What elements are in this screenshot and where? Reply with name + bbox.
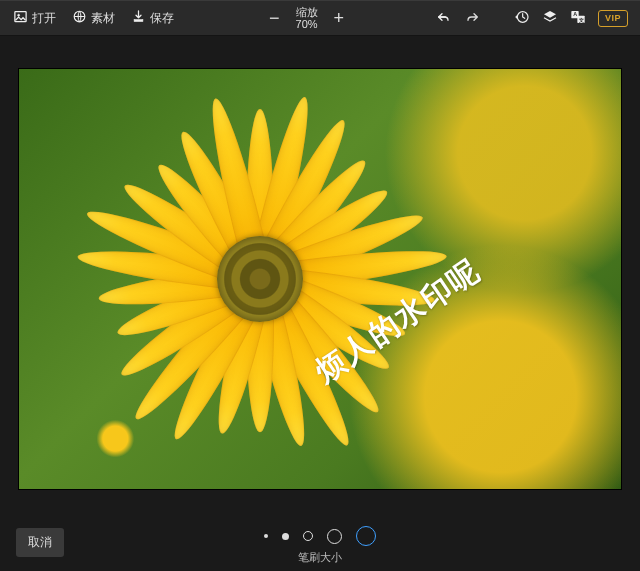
save-button[interactable]: 保存: [124, 5, 181, 31]
translate-button[interactable]: A文: [570, 9, 586, 28]
undo-button[interactable]: [436, 9, 452, 28]
assets-button[interactable]: 素材: [65, 5, 122, 31]
svg-text:文: 文: [578, 16, 584, 22]
zoom-out-button[interactable]: −: [263, 7, 286, 29]
globe-icon: [72, 9, 87, 27]
svg-text:A: A: [573, 11, 577, 17]
photo-canvas[interactable]: 烦人的水印呢: [19, 69, 621, 489]
svg-rect-3: [134, 20, 143, 22]
brush-size-2[interactable]: [282, 533, 289, 540]
zoom-readout: 缩放 70%: [296, 6, 318, 30]
redo-button[interactable]: [464, 9, 480, 28]
brush-size-1[interactable]: [264, 534, 268, 538]
flower-graphic: [60, 79, 460, 479]
brush-size-label: 笔刷大小: [298, 550, 342, 565]
bottom-bar: 取消 笔刷大小: [0, 522, 640, 571]
vip-badge[interactable]: VIP: [598, 10, 628, 27]
brush-size-5-selected[interactable]: [356, 526, 376, 546]
brush-size-4[interactable]: [327, 529, 342, 544]
image-icon: [13, 9, 28, 27]
layers-button[interactable]: [542, 9, 558, 28]
open-button[interactable]: 打开: [6, 5, 63, 31]
assets-label: 素材: [91, 10, 115, 27]
brush-size-3[interactable]: [303, 531, 313, 541]
history-button[interactable]: [514, 9, 530, 28]
cancel-button[interactable]: 取消: [16, 528, 64, 557]
zoom-label: 缩放: [296, 6, 318, 18]
brush-sizes: [264, 526, 376, 546]
canvas-area[interactable]: 烦人的水印呢: [0, 36, 640, 522]
right-tool-group: A文 VIP: [436, 9, 634, 28]
brush-size-group: 笔刷大小: [264, 526, 376, 565]
svg-point-1: [18, 14, 20, 16]
save-label: 保存: [150, 10, 174, 27]
zoom-in-button[interactable]: +: [328, 7, 351, 29]
download-icon: [131, 9, 146, 27]
top-toolbar: 打开 素材 保存 − 缩放 70% +: [0, 0, 640, 36]
zoom-control: − 缩放 70% +: [263, 6, 350, 30]
zoom-value: 70%: [296, 18, 318, 30]
open-label: 打开: [32, 10, 56, 27]
